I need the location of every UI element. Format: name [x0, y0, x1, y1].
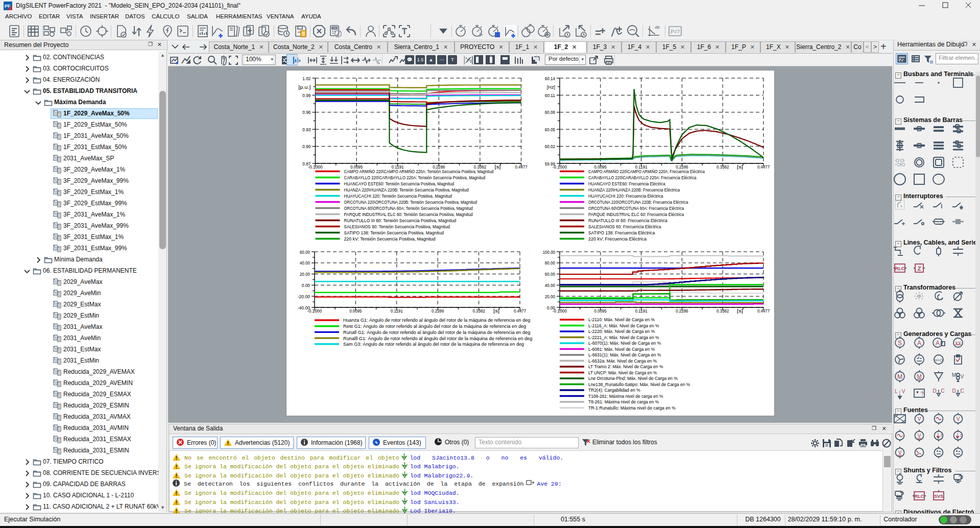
svg-text:0.3382: 0.3382 — [716, 308, 729, 314]
svg-text:Runalll G1: Ángulo de rotor re: Runalll G1: Ángulo de rotor referido al … — [343, 336, 532, 341]
svg-text:0.4477: 0.4477 — [515, 164, 527, 170]
svg-text:60.08: 60.08 — [545, 110, 555, 115]
svg-text:CARABAYLLO 220\CARABAYLLO 220A: CARABAYLLO 220\CARABAYLLO 220A: Tensión … — [344, 175, 486, 180]
svg-text:0.4477: 0.4477 — [757, 308, 770, 314]
svg-text:L-2116_A: Máx. Nivel de Carga: L-2116_A: Máx. Nivel de Carga en % — [588, 323, 659, 328]
svg-text:A: A — [917, 340, 921, 347]
svg-text:L-2110: Máx. Nivel de Carga en: L-2110: Máx. Nivel de Carga en % — [588, 317, 655, 322]
svg-text:M: M — [952, 372, 956, 378]
svg-text:0.2286: 0.2286 — [432, 308, 444, 314]
svg-text:L-6081: Máx. Nivel de Carga en: L-6081: Máx. Nivel de Carga en % — [588, 347, 655, 352]
svg-text:CAMPO ARMIÑO 220\CAMPO ARMIÑO: CAMPO ARMIÑO 220\CAMPO ARMIÑO 220A: Tens… — [344, 169, 494, 174]
svg-text:L-6632a: Máx. Nivel de Carga e: L-6632a: Máx. Nivel de Carga en % — [588, 358, 657, 364]
svg-text:RUNATULLO III 60: Tensión Secu: RUNATULLO III 60: Tensión Secuencia Posi… — [344, 218, 457, 223]
svg-text:V: V — [957, 416, 960, 422]
svg-text:Huanza G1: Ángulo de rotor ref: Huanza G1: Ángulo de rotor referido al á… — [343, 318, 530, 323]
svg-text:220 kV: Tensión Secuencia Posi: 220 kV: Tensión Secuencia Positiva, Magn… — [344, 236, 436, 242]
svg-text:S: S — [898, 340, 902, 347]
svg-text:L-2221_A: Máx. Nivel de Carga: L-2221_A: Máx. Nivel de Carga en % — [588, 335, 659, 340]
svg-text:-0.1000: -0.1000 — [307, 308, 322, 314]
svg-text:0.1191: 0.1191 — [391, 308, 403, 314]
svg-text:HUAYUCACHI 220: Tensión Secuen: HUAYUCACHI 220: Tensión Secuencia Positi… — [344, 194, 452, 199]
svg-text:T8-261: Máxima nivel de carga: T8-261: Máxima nivel de carga en % — [588, 399, 659, 404]
svg-text:L-6070(1): Máx. Nivel de Carga: L-6070(1): Máx. Nivel de Carga en % — [588, 341, 661, 346]
svg-text:V: V — [902, 389, 905, 394]
svg-text:[p.u.]: [p.u.] — [298, 85, 310, 90]
svg-text:SALESIANOS 60: Frecuencia Eléc: SALESIANOS 60: Frecuencia Eléctrica — [588, 224, 661, 229]
svg-text:0.96: 0.96 — [302, 110, 310, 115]
svg-text:20.00: 20.00 — [545, 294, 555, 299]
svg-text:RUNATULLO III 60: Frecuencia E: RUNATULLO III 60: Frecuencia Eléctrica — [588, 218, 668, 223]
svg-text:TR-1 Runatullo: Máxima nivel d: TR-1 Runatullo: Máxima nivel de carga en… — [588, 405, 676, 411]
svg-text:100.00: 100.00 — [543, 250, 555, 255]
svg-text:[Hz]: [Hz] — [547, 85, 555, 90]
svg-text:V: V — [918, 433, 921, 439]
svg-text:[s]: [s] — [493, 308, 499, 314]
svg-text:60.00: 60.00 — [545, 272, 555, 277]
svg-text:LT Tramo 2: Máx. Nivel de Carg: LT Tramo 2: Máx. Nivel de Carga en % — [588, 364, 663, 369]
svg-text:Rest G1: Ángulo de rotor refer: Rest G1: Ángulo de rotor referido al áng… — [343, 324, 526, 329]
svg-text:[s]: [s] — [495, 164, 501, 170]
svg-text:P=?: P=? — [671, 29, 680, 35]
svg-text:0.99: 0.99 — [302, 93, 310, 98]
svg-text:Sam G3: Ángulo de rotor referi: Sam G3: Ángulo de rotor referido al ángu… — [343, 342, 524, 347]
svg-text:0.00: 0.00 — [302, 283, 310, 288]
svg-text:HUANCAYO ESTE60: Frecuencia El: HUANCAYO ESTE60: Frecuencia Eléctrica — [588, 181, 665, 186]
svg-text:ORCOTUNA 60\ORCOTUNA 60A: Tens: ORCOTUNA 60\ORCOTUNA 60A: Tensión Secuen… — [344, 206, 473, 211]
svg-text:L-6631(1): Máx. Nivel de Carga: L-6631(1): Máx. Nivel de Carga en % — [588, 352, 661, 357]
svg-text:20.00: 20.00 — [300, 272, 310, 277]
svg-text:Lne Orcotuna-Plnd: Máx. Nivel: Lne Orcotuna-Plnd: Máx. Nivel de Carga e… — [588, 376, 678, 381]
svg-text:C: C — [960, 388, 964, 394]
svg-text:V: V — [961, 374, 964, 379]
svg-text:HUANZA 220\HUANZA 220B: Frecue: HUANZA 220\HUANZA 220B: Frecuencia Eléct… — [588, 187, 680, 193]
svg-text:L: L — [895, 389, 898, 394]
svg-text:M: M — [917, 373, 921, 379]
svg-text:TR2(4): Cargabilidad en %: TR2(4): Cargabilidad en % — [588, 388, 640, 393]
svg-text:220 kV: Frecuencia Eléctrica: 220 kV: Frecuencia Eléctrica — [588, 236, 647, 242]
svg-text:SALESIANOS 60: Tensión Secuenc: SALESIANOS 60: Tensión Secuencia Positiv… — [344, 224, 450, 229]
svg-text:60.05: 60.05 — [545, 127, 555, 132]
svg-text:60.14: 60.14 — [545, 76, 555, 81]
svg-text:Lne138_Runatullo-Satipo: Máx.: Lne138_Runatullo-Satipo: Máx. Nivel de C… — [588, 382, 690, 387]
svg-text:[s]: [s] — [737, 308, 743, 314]
svg-text:0.4477: 0.4477 — [757, 164, 770, 170]
svg-text:0.1191: 0.1191 — [635, 308, 648, 314]
svg-text:L-2220: Máx. Nivel de Carga en: L-2220: Máx. Nivel de Carga en % — [588, 329, 655, 334]
svg-text:RLC: RLC — [895, 266, 905, 271]
svg-text:PARQUE INDUSTRIAL ELC 60: Frec: PARQUE INDUSTRIAL ELC 60: Frecuencia Elé… — [588, 212, 684, 217]
svg-text:D: D — [933, 388, 936, 394]
svg-text:LT UNCP: Máx. Nivel de Carga e: LT UNCP: Máx. Nivel de Carga en % — [588, 370, 657, 375]
svg-text:-0.1000: -0.1000 — [553, 164, 567, 170]
svg-text:C: C — [941, 388, 944, 394]
svg-text:PF: PF — [5, 4, 11, 9]
svg-text:[s]: [s] — [737, 164, 743, 170]
svg-text:A: A — [936, 340, 940, 347]
svg-text:dB: dB — [655, 25, 660, 30]
svg-text:0.0095: 0.0095 — [349, 308, 362, 314]
svg-text:60.00: 60.00 — [300, 250, 310, 255]
svg-text:D: D — [952, 388, 955, 394]
svg-text:0.2286: 0.2286 — [676, 308, 688, 314]
svg-text:ORCOTUNA 60\ORCOTUNA 60A: Frec: ORCOTUNA 60\ORCOTUNA 60A: Frecuencia Elé… — [588, 206, 684, 211]
svg-text:M: M — [897, 373, 902, 380]
svg-text:60.02: 60.02 — [545, 144, 555, 149]
svg-text:V: V — [918, 416, 921, 422]
svg-text:Runall G1: Ángulo de rotor ref: Runall G1: Ángulo de rotor referido al á… — [343, 330, 530, 335]
svg-text:0.90: 0.90 — [302, 144, 310, 149]
svg-text:SVS: SVS — [934, 494, 943, 499]
svg-text:80.00: 80.00 — [545, 260, 555, 266]
svg-text:SATIPO 138: Frecuencia Eléctri: SATIPO 138: Frecuencia Eléctrica — [588, 230, 655, 235]
svg-text:?: ? — [921, 391, 924, 397]
svg-text:1.02: 1.02 — [302, 76, 310, 81]
svg-text:RLC: RLC — [915, 494, 924, 499]
svg-text:T108-261: Máxima nivel de carg: T108-261: Máxima nivel de carga en % — [588, 394, 663, 399]
svg-text:0.4477: 0.4477 — [514, 308, 526, 314]
svg-text:0.93: 0.93 — [302, 127, 310, 132]
svg-text:HUAYUCACHI 220: Frecuencia Elé: HUAYUCACHI 220: Frecuencia Eléctrica — [588, 194, 663, 199]
svg-text:-0.1000: -0.1000 — [553, 308, 567, 314]
svg-text:HUANCAYO ESTE60: Tensión Secue: HUANCAYO ESTE60: Tensión Secuencia Posit… — [344, 181, 455, 186]
svg-text:0.0095: 0.0095 — [594, 308, 607, 314]
svg-text:40.00: 40.00 — [300, 260, 310, 266]
svg-text:ORCOTUNA 220\ORCOTUNA 220B: Te: ORCOTUNA 220\ORCOTUNA 220B: Tensión Secu… — [344, 200, 477, 205]
svg-text:-0.1000: -0.1000 — [308, 164, 322, 170]
